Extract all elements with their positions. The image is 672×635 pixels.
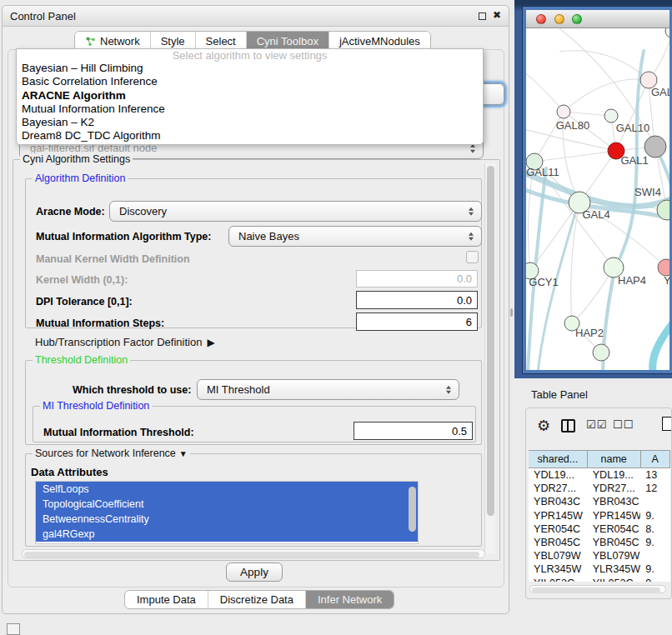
aracne-mode-value: Discovery bbox=[110, 205, 167, 218]
network-window-titlebar[interactable] bbox=[526, 10, 669, 28]
data-attributes-list: SelfLoops TopologicalCoefficient Between… bbox=[35, 481, 419, 544]
settings-scrollbar-thumb[interactable] bbox=[487, 166, 494, 516]
cell-shared-name: YPR145W bbox=[529, 509, 588, 522]
tab-style-label: Style bbox=[161, 35, 185, 48]
tab-impute-data[interactable]: Impute Data bbox=[125, 591, 208, 608]
hub-transcription-factor-expander[interactable]: Hub/Transcription Factor Definition▶ bbox=[35, 336, 215, 348]
algorithm-dropdown-hint: Select algorithm to view settings bbox=[17, 49, 483, 62]
tab-impute-data-label: Impute Data bbox=[137, 593, 196, 606]
cell-value: 8. bbox=[640, 522, 670, 536]
settings-scrollbar[interactable] bbox=[484, 163, 495, 553]
node-table-header: shared... name A bbox=[529, 451, 670, 468]
close-window-button[interactable] bbox=[536, 14, 546, 24]
close-panel-icon[interactable]: ✖ bbox=[493, 9, 501, 21]
table-row[interactable]: YIL052C YIL052C 9. bbox=[529, 577, 670, 582]
settings-hscrollbar-thumb[interactable] bbox=[24, 552, 479, 558]
tab-jactivemnodules[interactable]: jActiveMNodules bbox=[329, 32, 430, 50]
minimize-window-button[interactable] bbox=[554, 14, 564, 24]
sources-group: Sources for Network Inference▼ Data Attr… bbox=[25, 453, 482, 547]
node-label: GAL10 bbox=[616, 122, 649, 134]
sources-title[interactable]: Sources for Network Inference▼ bbox=[33, 448, 190, 459]
select-all-checkboxes-icon[interactable]: ☑☑ bbox=[586, 418, 607, 431]
list-scrollbar-thumb[interactable] bbox=[409, 487, 416, 532]
dpi-tolerance-field[interactable] bbox=[356, 291, 478, 309]
node-label: GAL7 bbox=[651, 86, 669, 98]
mi-steps-field[interactable] bbox=[356, 312, 478, 331]
node-bottom[interactable] bbox=[593, 344, 609, 361]
cell-value: 9. bbox=[640, 509, 670, 522]
table-row[interactable]: YPR145W YPR145W 9. bbox=[529, 509, 670, 522]
algorithm-definition-group: Algorithm Definition Aracne Mode: Discov… bbox=[25, 178, 482, 328]
cell-name: YER054C bbox=[588, 522, 641, 536]
algorithm-option[interactable]: Mutual Information Inference bbox=[17, 102, 483, 116]
table-row[interactable]: YBR045C YBR045C 9. bbox=[529, 536, 670, 549]
apply-button[interactable]: Apply bbox=[226, 562, 283, 582]
mi-algorithm-type-value: Naive Bayes bbox=[229, 230, 299, 242]
table-row[interactable]: YER054C YER054C 8. bbox=[529, 522, 670, 536]
expander-right-icon: ▶ bbox=[207, 337, 214, 348]
list-item-selected[interactable]: SelfLoops bbox=[36, 482, 418, 497]
algorithm-option[interactable]: Dream8 DC_TDC Algorithm bbox=[17, 129, 483, 142]
mi-algorithm-type-combobox[interactable]: Naive Bayes bbox=[228, 226, 482, 247]
tab-cyni-toolbox[interactable]: Cyni Toolbox bbox=[247, 32, 329, 50]
tab-infer-network[interactable]: Infer Network bbox=[306, 591, 394, 608]
table-row[interactable]: YBR043C YBR043C bbox=[529, 495, 670, 508]
node-partial[interactable] bbox=[665, 28, 669, 38]
table-hscrollbar[interactable] bbox=[529, 585, 666, 593]
tab-discretize-data[interactable]: Discretize Data bbox=[208, 591, 306, 608]
cell-name: YDR27... bbox=[588, 482, 641, 495]
node-gal10[interactable] bbox=[604, 109, 618, 122]
table-row[interactable]: YLR345W YLR345W 9. bbox=[529, 562, 670, 576]
chevron-updown-icon bbox=[446, 385, 451, 394]
column-header-name[interactable]: name bbox=[588, 451, 641, 468]
cell-name: YPR145W bbox=[588, 509, 641, 522]
mi-threshold-label: Mutual Information Threshold: bbox=[43, 427, 194, 438]
algorithm-option[interactable]: Bayesian – K2 bbox=[17, 116, 483, 129]
tab-style[interactable]: Style bbox=[151, 32, 196, 50]
table-row[interactable]: YDR27... YDR27... 12 bbox=[529, 482, 670, 495]
node-gal80[interactable] bbox=[557, 105, 570, 118]
which-threshold-combobox[interactable]: MI Threshold bbox=[197, 379, 459, 400]
algorithm-option[interactable]: Bayesian – Hill Climbing bbox=[17, 62, 483, 75]
column-header-shared-name[interactable]: shared... bbox=[529, 451, 588, 468]
network-graph: GAL7 GAL80 GAL10 GAL1 GAL11 SWI4 GAL4 GC… bbox=[526, 28, 669, 370]
cell-shared-name: YER054C bbox=[529, 522, 588, 536]
hub-transcription-factor-label: Hub/Transcription Factor Definition bbox=[35, 336, 202, 348]
cell-value: 9. bbox=[640, 562, 670, 576]
network-desktop: GAL7 GAL80 GAL10 GAL1 GAL11 SWI4 GAL4 GC… bbox=[514, 0, 672, 378]
tab-network[interactable]: Network bbox=[75, 32, 151, 50]
table-row[interactable]: YBL079W YBL079W bbox=[529, 549, 670, 562]
table-panel: ⚙ ☑☑ ☐☐ shared... name A YDL19... YDL19.… bbox=[525, 408, 672, 599]
list-item-selected[interactable]: gal4RGexp bbox=[36, 527, 418, 542]
algorithm-option-selected[interactable]: ARACNE Algorithm bbox=[17, 89, 483, 102]
kernel-width-field[interactable] bbox=[356, 270, 478, 288]
mi-threshold-field[interactable] bbox=[354, 422, 473, 440]
cell-name: YIL052C bbox=[588, 577, 641, 582]
float-panel-icon[interactable] bbox=[479, 12, 486, 20]
dpi-tolerance-label: DPI Tolerance [0,1]: bbox=[36, 296, 133, 308]
cell-value: 13 bbox=[640, 468, 670, 482]
node-table: shared... name A YDL19... YDL19... 13 YD… bbox=[529, 450, 670, 582]
list-item-selected[interactable]: BetweennessCentrality bbox=[36, 512, 418, 527]
network-canvas[interactable]: GAL7 GAL80 GAL10 GAL1 GAL11 SWI4 GAL4 GC… bbox=[526, 28, 669, 370]
cell-value: 9. bbox=[640, 577, 670, 582]
deselect-all-checkboxes-icon[interactable]: ☐☐ bbox=[613, 418, 634, 431]
gear-icon[interactable]: ⚙ bbox=[537, 418, 550, 434]
zoom-window-button[interactable] bbox=[572, 14, 582, 24]
column-header-clipped[interactable]: A bbox=[641, 451, 670, 468]
algorithm-option[interactable]: Basic Correlation Inference bbox=[17, 75, 483, 88]
settings-hscrollbar[interactable] bbox=[22, 549, 485, 558]
table-hscrollbar-thumb[interactable] bbox=[532, 588, 660, 593]
tab-select[interactable]: Select bbox=[196, 32, 247, 50]
table-row[interactable]: YDL19... YDL19... 13 bbox=[529, 468, 670, 482]
cell-shared-name: YLR345W bbox=[529, 562, 588, 576]
aracne-mode-label: Aracne Mode: bbox=[36, 206, 105, 218]
columns-icon[interactable] bbox=[561, 419, 575, 432]
restore-panel-icon[interactable] bbox=[7, 623, 20, 635]
node-label: HAP2 bbox=[575, 327, 604, 339]
panel-splitter-handle[interactable] bbox=[510, 308, 513, 317]
aracne-mode-combobox[interactable]: Discovery bbox=[109, 201, 482, 222]
list-item-selected[interactable]: TopologicalCoefficient bbox=[36, 497, 418, 512]
export-table-icon[interactable] bbox=[662, 417, 672, 431]
manual-kernel-width-checkbox[interactable] bbox=[466, 251, 479, 263]
